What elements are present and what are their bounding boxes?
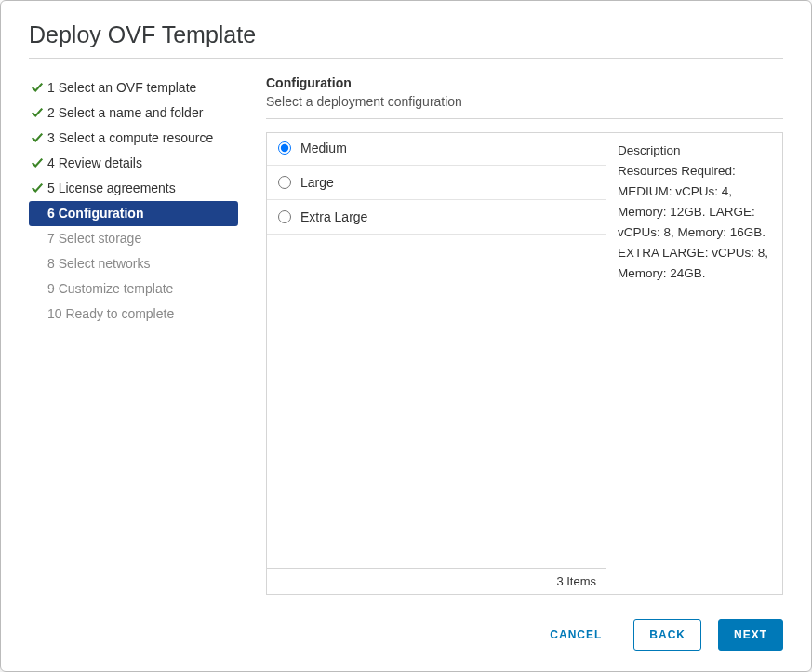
config-option-row[interactable]: Large xyxy=(267,166,606,200)
wizard-step-label: 3 Select a compute resource xyxy=(47,129,213,147)
wizard-step-label: 6 Configuration xyxy=(47,205,143,222)
description-body: Resources Required: MEDIUM: vCPUs: 4, Me… xyxy=(618,161,771,284)
wizard-step-4[interactable]: 4 Review details xyxy=(29,151,238,176)
check-icon xyxy=(31,106,44,119)
check-icon xyxy=(31,131,44,144)
wizard-step-6[interactable]: 6 Configuration xyxy=(29,201,238,226)
main-panel: Configuration Select a deployment config… xyxy=(238,75,783,595)
config-option-label: Large xyxy=(300,175,334,190)
config-option-radio[interactable] xyxy=(278,176,291,189)
description-panel: Description Resources Required: MEDIUM: … xyxy=(606,132,783,595)
wizard-step-2[interactable]: 2 Select a name and folder xyxy=(29,101,238,126)
wizard-step-label: 10 Ready to complete xyxy=(47,305,174,323)
check-icon xyxy=(31,81,44,94)
config-option-row[interactable]: Extra Large xyxy=(267,200,606,235)
config-option-label: Extra Large xyxy=(300,209,367,224)
config-option-radio[interactable] xyxy=(278,210,291,223)
wizard-step-7: 7 Select storage xyxy=(29,226,238,251)
wizard-step-label: 8 Select networks xyxy=(47,255,151,273)
wizard-step-label: 4 Review details xyxy=(47,155,142,172)
items-count-footer: 3 Items xyxy=(267,568,606,594)
config-option-radio[interactable] xyxy=(278,141,291,155)
section-subheading: Select a deployment configuration xyxy=(266,94,783,119)
config-option-row[interactable]: Medium xyxy=(267,133,606,166)
wizard-step-label: 9 Customize template xyxy=(47,280,173,298)
check-icon xyxy=(31,181,44,195)
config-option-label: Medium xyxy=(300,141,347,155)
wizard-step-8: 8 Select networks xyxy=(29,251,238,276)
wizard-step-10: 10 Ready to complete xyxy=(29,302,238,327)
dialog-footer: CANCEL BACK NEXT xyxy=(29,595,783,651)
deploy-ovf-dialog: Deploy OVF Template 1 Select an OVF temp… xyxy=(0,0,812,672)
description-title: Description xyxy=(618,141,771,161)
cancel-button[interactable]: CANCEL xyxy=(535,620,617,650)
back-button[interactable]: BACK xyxy=(633,619,701,651)
wizard-step-label: 2 Select a name and folder xyxy=(47,104,203,122)
wizard-step-9: 9 Customize template xyxy=(29,276,238,302)
section-heading: Configuration xyxy=(266,75,783,90)
wizard-steps: 1 Select an OVF template2 Select a name … xyxy=(29,75,238,595)
next-button[interactable]: NEXT xyxy=(718,619,783,651)
wizard-step-label: 1 Select an OVF template xyxy=(47,79,196,97)
dialog-title: Deploy OVF Template xyxy=(29,1,783,59)
wizard-step-label: 5 License agreements xyxy=(47,180,176,197)
wizard-step-3[interactable]: 3 Select a compute resource xyxy=(29,126,238,151)
check-icon xyxy=(31,156,44,169)
wizard-step-label: 7 Select storage xyxy=(47,230,141,248)
wizard-step-1[interactable]: 1 Select an OVF template xyxy=(29,75,238,101)
configuration-options-list: MediumLargeExtra Large 3 Items xyxy=(266,132,606,595)
configuration-content: MediumLargeExtra Large 3 Items Descripti… xyxy=(266,132,783,595)
wizard-step-5[interactable]: 5 License agreements xyxy=(29,176,238,201)
dialog-body: 1 Select an OVF template2 Select a name … xyxy=(29,59,783,595)
